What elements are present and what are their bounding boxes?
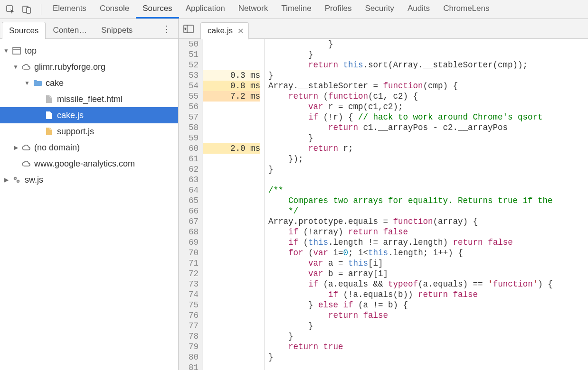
tree-node-label: (no domain) [34, 143, 80, 153]
file-tree[interactable]: ▼top▼glimr.rubyforge.org▼cakemissile_fle… [0, 39, 178, 370]
toolbar-divider [41, 4, 41, 15]
editor-tab-label: cake.js [208, 26, 233, 36]
sidebar-tab-conten[interactable]: Conten… [46, 21, 94, 38]
timing-gutter: 0.3 ms0.8 ms7.2 ms2.0 ms [202, 39, 264, 370]
folder-icon [32, 78, 43, 88]
tree-node-www-google-analytics-com[interactable]: www.google-analytics.com [0, 156, 178, 172]
tree-node-sw-js[interactable]: ▶sw.js [0, 172, 178, 188]
gear-icon [11, 175, 22, 185]
cloud-icon [21, 62, 31, 72]
disclosure-icon[interactable]: ▼ [3, 47, 9, 54]
tree-node--no-domain-[interactable]: ▶(no domain) [0, 139, 178, 156]
file-icon [44, 94, 54, 104]
frame-icon [11, 46, 22, 56]
panel-tab-timeline[interactable]: Timeline [275, 0, 318, 18]
panel-tab-elements[interactable]: Elements [46, 0, 93, 18]
tree-node-label: top [25, 46, 37, 56]
close-tab-icon[interactable]: ✕ [237, 27, 244, 36]
sidebar-tabs: SourcesConten…Snippets ⋮ [0, 19, 178, 39]
code-content[interactable]: } } return this.sort(Array.__stableSorte… [265, 39, 553, 370]
sidebar-tab-snippets[interactable]: Snippets [94, 21, 140, 38]
toggle-navigator-icon[interactable] [181, 22, 196, 36]
panel-tab-sources[interactable]: Sources [136, 0, 179, 18]
device-toggle-icon[interactable] [20, 3, 33, 16]
tree-node-glimr-rubyforge-org[interactable]: ▼glimr.rubyforge.org [0, 59, 178, 75]
disclosure-icon[interactable]: ▶ [3, 176, 9, 183]
disclosure-icon[interactable]: ▼ [12, 64, 19, 70]
panel-tabs: ElementsConsoleSourcesApplicationNetwork… [46, 0, 496, 18]
tree-node-label: www.google-analytics.com [34, 159, 135, 169]
snip-icon [44, 126, 54, 137]
panel-tab-console[interactable]: Console [93, 0, 136, 18]
cloud-icon [21, 142, 31, 153]
tree-node-missile-fleet-html[interactable]: missile_fleet.html [0, 91, 178, 107]
line-numbers: 5051525354555657585960616263646566676869… [179, 39, 202, 370]
svg-point-8 [18, 181, 19, 182]
panel-tab-security[interactable]: Security [358, 0, 400, 18]
tree-node-label: sw.js [25, 175, 43, 185]
tree-node-label: glimr.rubyforge.org [34, 62, 105, 72]
tree-node-top[interactable]: ▼top [0, 43, 178, 59]
inspect-icon[interactable] [4, 3, 17, 16]
disclosure-icon[interactable]: ▼ [24, 80, 30, 86]
svg-rect-2 [27, 8, 30, 13]
svg-rect-3 [13, 47, 20, 54]
tree-node-label: cake.js [57, 111, 84, 120]
tree-node-label: cake [46, 78, 64, 88]
sidebar-tab-sources[interactable]: Sources [2, 22, 46, 39]
panel-tab-application[interactable]: Application [179, 0, 232, 18]
editor-tabs: cake.js ✕ [179, 19, 588, 39]
tree-node-label: missile_fleet.html [57, 94, 123, 104]
panel-tab-audits[interactable]: Audits [401, 0, 436, 18]
panel-tab-chromelens[interactable]: ChromeLens [436, 0, 496, 18]
disclosure-icon[interactable]: ▶ [12, 144, 19, 151]
svg-point-7 [15, 178, 16, 179]
tree-node-cake-js[interactable]: cake.js [0, 107, 178, 123]
cloud-icon [21, 158, 31, 169]
file-icon [44, 110, 54, 120]
editor-tab-cakejs[interactable]: cake.js ✕ [200, 22, 249, 39]
devtools-toolbar: ElementsConsoleSourcesApplicationNetwork… [0, 0, 588, 19]
tree-node-cake[interactable]: ▼cake [0, 75, 178, 91]
more-options-icon[interactable]: ⋮ [162, 23, 172, 35]
panel-tab-network[interactable]: Network [232, 0, 275, 18]
tree-node-support-js[interactable]: support.js [0, 123, 178, 139]
tree-node-label: support.js [57, 127, 94, 137]
sources-sidebar: SourcesConten…Snippets ⋮ ▼top▼glimr.ruby… [0, 19, 179, 370]
panel-tab-profiles[interactable]: Profiles [318, 0, 359, 18]
code-editor[interactable]: 5051525354555657585960616263646566676869… [179, 39, 588, 370]
editor-panel: cake.js ✕ 505152535455565758596061626364… [179, 19, 588, 370]
